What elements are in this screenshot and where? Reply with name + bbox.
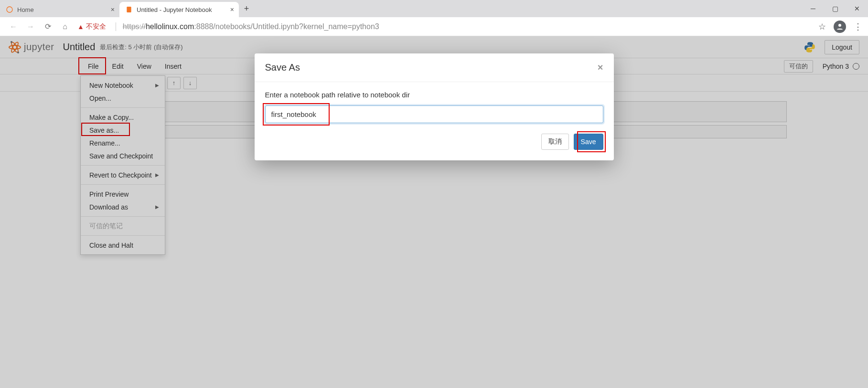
svg-point-0 [7,7,12,12]
url-host: hellolinux.com [146,22,194,31]
tab-title: Home [17,6,34,13]
new-tab-button[interactable]: + [239,1,254,16]
save-as-dialog: Save As × Enter a notebook path relative… [255,53,614,160]
dialog-label: Enter a notebook path relative to notebo… [265,91,603,99]
svg-rect-1 [127,7,131,12]
forward-button[interactable]: → [23,19,38,34]
cancel-button[interactable]: 取消 [541,134,569,150]
back-button[interactable]: ← [6,19,21,34]
url-path: /notebooks/Untitled.ipynb?kernel_name=py… [213,22,379,31]
browser-tab-notebook[interactable]: Untitled - Jupyter Notebook × [119,2,239,17]
browser-tab-strip: Home × Untitled - Jupyter Notebook × + ─… [0,0,868,17]
dialog-title: Save As [265,62,300,73]
home-button[interactable]: ⌂ [57,19,73,34]
browser-tab-home[interactable]: Home × [0,2,119,17]
menu-icon[interactable]: ⋮ [854,21,862,32]
close-icon[interactable]: × [230,6,234,13]
separator [116,22,116,31]
url-scheme: https:// [123,22,146,31]
jupyter-icon [6,6,13,13]
address-bar[interactable]: https://hellolinux.com:8888/notebooks/Un… [123,22,379,31]
url-port: :8888 [194,22,213,31]
profile-avatar[interactable] [834,21,846,33]
maximize-icon[interactable]: ▢ [824,1,846,16]
close-window-icon[interactable]: ✕ [846,1,868,16]
security-warning-icon[interactable]: ▲ [77,23,84,31]
close-icon[interactable]: × [111,6,115,13]
bookmark-icon[interactable]: ☆ [818,21,826,32]
tab-title: Untitled - Jupyter Notebook [137,6,212,13]
reload-button[interactable]: ⟳ [40,19,55,34]
svg-point-2 [838,24,841,27]
security-label: 不安全 [86,22,106,31]
save-button[interactable]: Save [574,134,603,150]
browser-toolbar: ← → ⟳ ⌂ ▲ 不安全 https://hellolinux.com:888… [0,17,868,36]
notebook-path-input[interactable] [265,105,603,123]
close-icon[interactable]: × [598,62,603,73]
notebook-icon [125,6,133,13]
minimize-icon[interactable]: ─ [802,1,824,16]
